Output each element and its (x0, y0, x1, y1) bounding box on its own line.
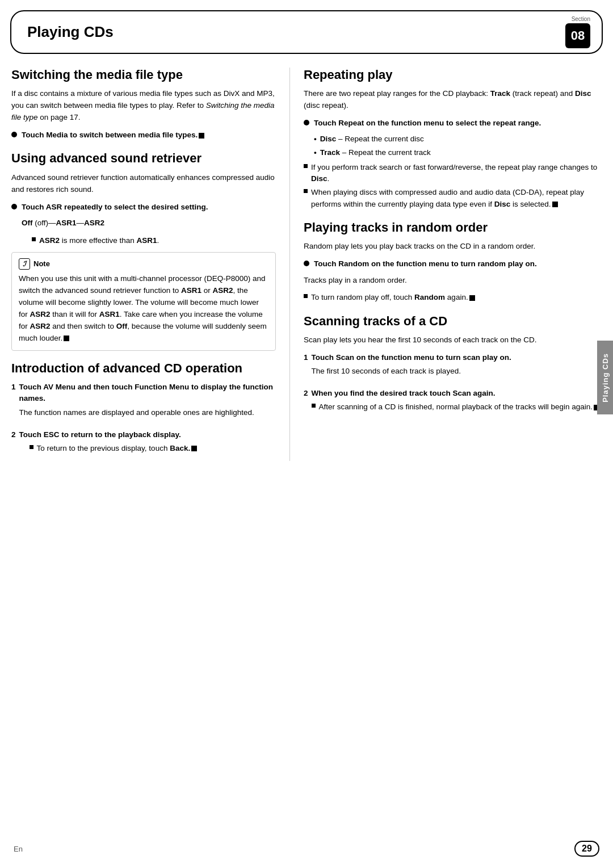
asr-levels: Off (off)—ASR1—ASR2 (22, 217, 276, 229)
disc-item: • Disc – Repeat the current disc (314, 133, 602, 145)
asr-bullet-text: Touch ASR repeatedly to select the desir… (22, 202, 276, 213)
repeating-play-body: There are two repeat play ranges for the… (304, 88, 602, 112)
track-item: • Track – Repeat the current track (314, 147, 602, 158)
asr-sub-items: Off (off)—ASR1—ASR2 ASR2 is more effecti… (22, 217, 276, 246)
note-label: Note (33, 258, 50, 270)
random-bullet-text: Touch Random on the function menu to tur… (314, 258, 602, 270)
step-2-num: 2 (11, 429, 16, 441)
switching-media-heading: Switching the media file type (11, 68, 276, 82)
asr-bullet: Touch ASR repeatedly to select the desir… (11, 202, 276, 213)
scan-step-2-num: 2 (304, 388, 308, 399)
section-random-order: Playing tracks in random order Random pl… (304, 220, 602, 304)
note-text: When you use this unit with a multi-chan… (19, 273, 268, 345)
section-label: Section (572, 16, 590, 22)
section-number: 08 (565, 23, 590, 48)
section-intro-advanced: Introduction of advanced CD operation 1 … (11, 361, 276, 456)
repeat-note-1: If you perform track search or fast forw… (304, 162, 602, 185)
bullet-circle-icon (304, 120, 309, 125)
advanced-sound-heading: Using advanced sound retriever (11, 151, 276, 166)
bullet-circle-icon (11, 132, 17, 137)
intro-step-1: 1 Touch AV Menu and then touch Function … (11, 381, 276, 424)
repeat-bullet: Touch Repeat on the function menu to sel… (304, 118, 602, 129)
note-icon: ℐ (19, 258, 30, 270)
sidebar-tab-text: Playing CDs (601, 353, 610, 402)
step-1-text: Touch AV Menu and then touch Function Me… (19, 383, 273, 402)
right-column: Repeating play There are two repeat play… (289, 68, 602, 461)
dash-marker: • (314, 133, 317, 145)
note-box: ℐ Note When you use this unit with a mul… (11, 252, 276, 351)
section-advanced-sound: Using advanced sound retriever Advanced … (11, 151, 276, 350)
repeat-note-1-text: If you perform track search or fast forw… (311, 162, 602, 185)
track-text: Track – Repeat the current track (320, 147, 431, 158)
page-header: Playing CDs Section 08 (10, 10, 603, 54)
scan-step-1-num: 1 (304, 352, 308, 363)
scan-step-1: 1 Touch Scan on the function menu to tur… (304, 352, 602, 383)
scanning-tracks-heading: Scanning tracks of a CD (304, 314, 602, 329)
scan-step-2-text: When you find the desired track touch Sc… (312, 389, 496, 397)
scan-step-2-sub: After scanning of a CD is finished, norm… (312, 401, 600, 413)
scan-step-1-text: Touch Scan on the function menu to turn … (312, 353, 511, 362)
bullet-circle-icon (11, 204, 17, 209)
random-notes: Tracks play in a random order. To turn r… (304, 275, 602, 304)
random-note-1: Tracks play in a random order. (304, 275, 602, 287)
random-order-heading: Playing tracks in random order (304, 220, 602, 235)
random-note-2: To turn random play off, touch Random ag… (304, 292, 602, 303)
footer-lang: En (14, 845, 23, 853)
scanning-tracks-body: Scan play lets you hear the first 10 sec… (304, 334, 602, 346)
dash-marker: • (314, 147, 317, 158)
step-2-sub-bullet: To return to the previous display, touch… (30, 443, 198, 454)
random-bullet: Touch Random on the function menu to tur… (304, 258, 602, 270)
step-1-sub: The function names are displayed and ope… (19, 407, 276, 419)
scan-sub-bullet: After scanning of a CD is finished, norm… (312, 401, 600, 413)
step-2-content: Touch ESC to return to the playback disp… (19, 429, 198, 457)
advanced-sound-body: Advanced sound retriever function automa… (11, 172, 276, 196)
stop-icon (199, 133, 204, 139)
section-switching-media: Switching the media file type If a disc … (11, 68, 276, 141)
repeat-bullet-text: Touch Repeat on the function menu to sel… (314, 118, 602, 129)
scan-sub-text: After scanning of a CD is finished, norm… (319, 401, 600, 413)
footer-page: 29 (574, 841, 599, 857)
stop-icon (191, 446, 197, 451)
repeating-play-heading: Repeating play (304, 68, 602, 82)
random-note-2-text: To turn random play off, touch Random ag… (311, 292, 475, 303)
note-header: ℐ Note (19, 258, 268, 270)
asr-sub-note-text: ASR2 is more effective than ASR1. (39, 235, 159, 246)
repeat-note-2: When playing discs with compressed audio… (304, 187, 602, 210)
scan-step-1-content: Touch Scan on the function menu to turn … (312, 352, 511, 383)
square-marker-icon (304, 164, 308, 168)
square-marker-icon (312, 404, 316, 408)
switching-media-body: If a disc contains a mixture of various … (11, 88, 276, 124)
section-badge: Section 08 (565, 16, 590, 48)
section-scanning-tracks: Scanning tracks of a CD Scan play lets y… (304, 314, 602, 416)
square-marker-icon (304, 294, 308, 298)
scan-step-2-content: When you find the desired track touch Sc… (312, 388, 600, 416)
step-2-sub: To return to the previous display, touch… (19, 443, 198, 454)
section-repeating-play: Repeating play There are two repeat play… (304, 68, 602, 210)
asr-sub-note: ASR2 is more effective than ASR1. (32, 235, 276, 246)
repeat-sub-items: • Disc – Repeat the current disc • Track… (314, 133, 602, 158)
bullet-circle-icon (304, 261, 309, 266)
stop-icon (469, 295, 475, 301)
scan-step-1-sub: The first 10 seconds of each track is pl… (312, 366, 511, 378)
switching-media-bullet-text: Touch Media to switch between media file… (22, 129, 276, 141)
intro-step-2: 2 Touch ESC to return to the playback di… (11, 429, 276, 457)
stop-icon (64, 336, 69, 341)
main-content: Switching the media file type If a disc … (0, 68, 613, 461)
disc-text: Disc – Repeat the current disc (320, 133, 424, 145)
page-footer: En 29 (0, 841, 613, 857)
random-order-body: Random play lets you play back tracks on… (304, 241, 602, 253)
square-marker-icon (32, 237, 36, 241)
page-title: Playing CDs (27, 23, 114, 41)
step-1-num: 1 (11, 381, 16, 393)
step-2-sub-text: To return to the previous display, touch… (37, 443, 198, 454)
sidebar-tab: Playing CDs (597, 341, 613, 414)
intro-advanced-heading: Introduction of advanced CD operation (11, 361, 276, 376)
square-marker-icon (304, 189, 308, 193)
square-marker-icon (30, 445, 33, 449)
repeat-note-2-text: When playing discs with compressed audio… (311, 187, 602, 210)
switching-media-bullet: Touch Media to switch between media file… (11, 129, 276, 141)
step-2-text: Touch ESC to return to the playback disp… (19, 430, 181, 439)
left-column: Switching the media file type If a disc … (11, 68, 289, 461)
stop-icon (552, 202, 558, 207)
step-1-content: Touch AV Menu and then touch Function Me… (19, 381, 276, 424)
